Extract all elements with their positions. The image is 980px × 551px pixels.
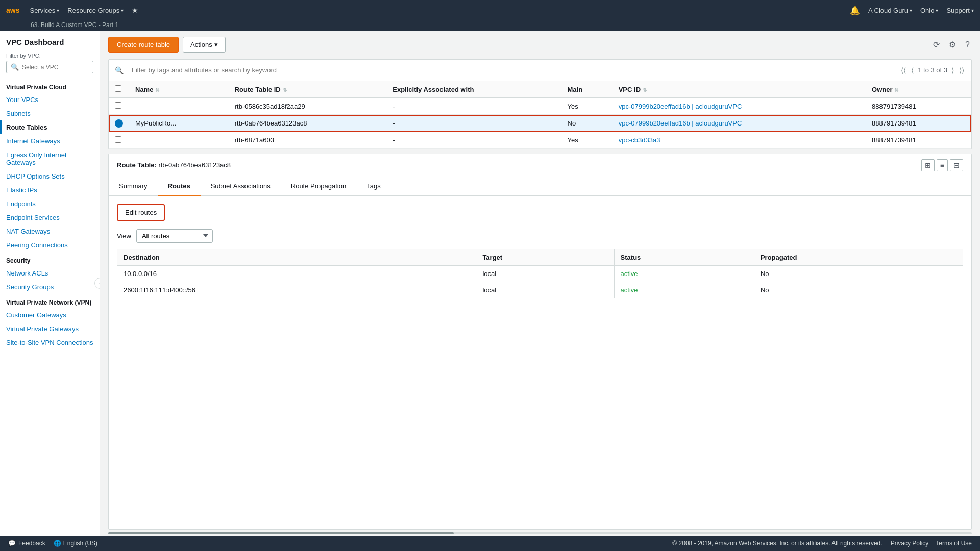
- sidebar-item-elastic-ips[interactable]: Elastic IPs: [0, 183, 100, 197]
- card-view-icon[interactable]: ⊞: [921, 159, 935, 171]
- route1-destination: 10.0.0.0/16: [117, 265, 476, 282]
- table-row[interactable]: rtb-6871a603 - Yes vpc-cb3d33a3 88879173…: [109, 132, 971, 148]
- language-selector[interactable]: 🌐 English (US): [54, 540, 97, 547]
- feedback-button[interactable]: 💬 Feedback: [8, 540, 45, 547]
- help-icon[interactable]: ?: [963, 38, 972, 52]
- sidebar-item-endpoints[interactable]: Endpoints: [0, 197, 100, 211]
- sidebar-item-dhcp[interactable]: DHCP Options Sets: [0, 169, 100, 183]
- language-globe-icon: 🌐: [54, 540, 61, 547]
- owner-sort-icon[interactable]: ⇅: [894, 87, 898, 93]
- route2-propagated: No: [754, 282, 963, 298]
- bottom-bar: 💬 Feedback 🌐 English (US) © 2008 - 2019,…: [0, 536, 980, 551]
- row3-name: [129, 132, 229, 148]
- tab-routes[interactable]: Routes: [158, 177, 201, 196]
- terms-of-use-link[interactable]: Terms of Use: [936, 540, 972, 547]
- compact-view-icon[interactable]: ⊟: [950, 159, 963, 171]
- select-all-checkbox[interactable]: [115, 85, 121, 92]
- search-bar-icon: 🔍: [115, 66, 124, 74]
- support-menu[interactable]: Support ▾: [946, 7, 974, 14]
- vpc-filter-input[interactable]: [22, 64, 89, 71]
- sidebar-item-network-acls[interactable]: Network ACLs: [0, 266, 100, 280]
- filter-input-wrapper[interactable]: 🔍: [6, 61, 93, 73]
- horizontal-scrollbar[interactable]: [100, 530, 980, 536]
- sidebar: ‹ VPC Dashboard Filter by VPC: 🔍 Virtual…: [0, 31, 100, 536]
- row2-explicitly-associated: -: [386, 115, 561, 132]
- sidebar-item-nat-gateways[interactable]: NAT Gateways: [0, 224, 100, 238]
- name-sort-icon[interactable]: ⇅: [155, 87, 159, 93]
- sidebar-item-customer-gateways[interactable]: Customer Gateways: [0, 308, 100, 322]
- list-view-icon[interactable]: ≡: [937, 159, 948, 171]
- th-main: Main: [561, 81, 612, 98]
- route2-status: active: [614, 282, 754, 298]
- page-title-bar: 63. Build A Custom VPC - Part 1: [0, 20, 980, 31]
- row2-name: MyPublicRo...: [129, 115, 229, 132]
- sidebar-item-your-vpcs[interactable]: Your VPCs: [0, 93, 100, 107]
- row3-checkbox[interactable]: [115, 136, 121, 143]
- pagination-first-icon[interactable]: ⟨⟨: [900, 65, 907, 76]
- row3-checkbox-cell[interactable]: [109, 132, 129, 148]
- actions-button[interactable]: Actions ▾: [183, 37, 226, 53]
- routes-th-propagated: Propagated: [754, 249, 963, 265]
- tab-route-propagation[interactable]: Route Propagation: [281, 177, 356, 196]
- search-input[interactable]: [127, 64, 897, 77]
- route-table-label: Route Table: rtb-0ab764bea63123ac8: [117, 161, 231, 169]
- sidebar-item-egress-gateways[interactable]: Egress Only Internet Gateways: [0, 148, 100, 169]
- edit-routes-button[interactable]: Edit routes: [117, 204, 165, 221]
- details-header: Route Table: rtb-0ab764bea63123ac8 ⊞ ≡ ⊟: [109, 154, 971, 177]
- row1-owner: 888791739481: [866, 98, 971, 115]
- search-icon: 🔍: [11, 63, 19, 71]
- resource-groups-nav[interactable]: Resource Groups ▾: [67, 7, 124, 14]
- sidebar-item-route-tables[interactable]: Route Tables: [0, 120, 100, 134]
- settings-icon[interactable]: ⚙: [947, 38, 958, 52]
- tab-tags[interactable]: Tags: [356, 177, 390, 196]
- pagination-last-icon[interactable]: ⟩⟩: [958, 65, 965, 76]
- vpc-section-title: Virtual Private Cloud: [0, 79, 100, 93]
- table-row[interactable]: MyPublicRo... rtb-0ab764bea63123ac8 - No…: [109, 115, 971, 132]
- sidebar-item-virtual-private-gateways[interactable]: Virtual Private Gateways: [0, 322, 100, 336]
- region-chevron: ▾: [936, 8, 938, 13]
- resource-groups-chevron: ▾: [121, 8, 124, 13]
- tab-summary[interactable]: Summary: [109, 177, 158, 196]
- th-owner: Owner⇅: [866, 81, 971, 98]
- privacy-policy-link[interactable]: Privacy Policy: [891, 540, 929, 547]
- support-chevron: ▾: [971, 8, 974, 13]
- sidebar-item-security-groups[interactable]: Security Groups: [0, 280, 100, 294]
- feedback-chat-icon: 💬: [8, 540, 16, 547]
- services-nav[interactable]: Services ▾: [30, 7, 59, 14]
- row1-checkbox[interactable]: [115, 102, 121, 109]
- row2-checkbox-cell[interactable]: [109, 115, 129, 132]
- notification-bell-icon[interactable]: 🔔: [850, 6, 860, 15]
- routes-table: Destination Target Status Propagated 10.…: [117, 249, 963, 298]
- row1-explicitly-associated: -: [386, 98, 561, 115]
- scrollbar-thumb: [108, 532, 454, 534]
- create-route-table-button[interactable]: Create route table: [108, 37, 179, 53]
- pagination-prev-icon[interactable]: ⟨: [910, 65, 915, 76]
- row2-selected-indicator: [115, 119, 123, 128]
- pagination-next-icon[interactable]: ⟩: [950, 65, 955, 76]
- routes-th-destination: Destination: [117, 249, 476, 265]
- sidebar-item-subnets[interactable]: Subnets: [0, 107, 100, 120]
- tab-subnet-associations[interactable]: Subnet Associations: [201, 177, 281, 196]
- row2-vpc-id: vpc-07999b20eeffad16b | acloudguruVPC: [612, 115, 866, 132]
- row1-checkbox-cell[interactable]: [109, 98, 129, 115]
- footer-links: Privacy Policy Terms of Use: [891, 540, 972, 547]
- user-menu[interactable]: A Cloud Guru ▾: [868, 7, 912, 14]
- sidebar-item-internet-gateways[interactable]: Internet Gateways: [0, 134, 100, 148]
- sidebar-item-peering-connections[interactable]: Peering Connections: [0, 238, 100, 252]
- toolbar: Create route table Actions ▾ ⟳ ⚙ ?: [100, 31, 980, 59]
- main-layout: ‹ VPC Dashboard Filter by VPC: 🔍 Virtual…: [0, 31, 980, 536]
- top-nav: aws Services ▾ Resource Groups ▾ ★ 🔔 A C…: [0, 0, 980, 20]
- route2-destination: 2600:1f16:111:d400::/56: [117, 282, 476, 298]
- row1-route-table-id: rtb-0586c35ad18f2aa29: [229, 98, 387, 115]
- view-select[interactable]: All routes Active routes: [136, 229, 213, 243]
- refresh-icon[interactable]: ⟳: [931, 38, 942, 52]
- bookmark-icon[interactable]: ★: [132, 6, 138, 14]
- vpn-section-title: Virtual Private Network (VPN): [0, 294, 100, 308]
- vpc-id-sort-icon[interactable]: ⇅: [643, 87, 647, 93]
- table-row[interactable]: rtb-0586c35ad18f2aa29 - Yes vpc-07999b20…: [109, 98, 971, 115]
- tabs: Summary Routes Subnet Associations Route…: [109, 177, 971, 196]
- sidebar-item-site-to-site-vpn[interactable]: Site-to-Site VPN Connections: [0, 336, 100, 349]
- region-menu[interactable]: Ohio ▾: [920, 7, 938, 14]
- sidebar-item-endpoint-services[interactable]: Endpoint Services: [0, 211, 100, 224]
- route-table-id-sort-icon[interactable]: ⇅: [283, 87, 287, 93]
